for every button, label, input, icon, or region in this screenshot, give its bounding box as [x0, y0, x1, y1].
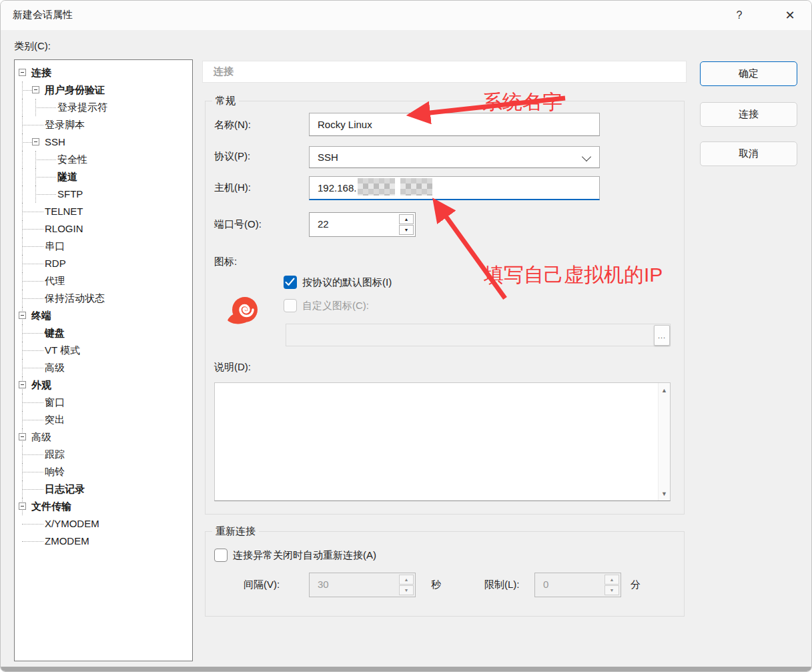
host-input[interactable]: 192.168.: [309, 176, 600, 200]
protocol-select[interactable]: SSH: [309, 146, 600, 168]
tree-item[interactable]: 突出: [15, 411, 192, 428]
connect-button[interactable]: 连接: [700, 102, 797, 127]
tree-item[interactable]: 登录提示符: [15, 99, 192, 116]
tree-guide: [22, 168, 23, 186]
tree-guide: [35, 194, 56, 195]
tree-guide: [22, 151, 23, 168]
tree-item-label: 外观: [31, 376, 51, 394]
tree-item-label: SSH: [45, 133, 65, 151]
tree-guide: [22, 420, 43, 420]
tree-item-label: 串口: [45, 238, 65, 255]
tree-item[interactable]: 连接: [15, 64, 192, 81]
tree-item-label: 终端: [31, 307, 51, 324]
description-scrollbar[interactable]: ▲ ▼: [658, 383, 670, 500]
tree-collapse-icon[interactable]: [19, 433, 26, 440]
spin-down-icon[interactable]: ▼: [604, 585, 619, 595]
host-value-prefix: 192.168.: [318, 182, 356, 194]
tree-guide: [35, 177, 56, 178]
titlebar: 新建会话属性 ? ✕: [1, 1, 811, 30]
dialog-title: 新建会话属性: [13, 9, 73, 21]
tree-item[interactable]: 文件传输: [15, 498, 192, 515]
tree-item[interactable]: VT 模式: [15, 342, 192, 359]
tree-collapse-icon[interactable]: [19, 312, 26, 319]
xshell-session-icon: [224, 295, 259, 331]
tree-item[interactable]: 串口: [15, 238, 192, 255]
spin-down-icon[interactable]: ▼: [399, 585, 414, 595]
tree-item-label: 代理: [45, 272, 65, 290]
limit-label: 限制(L):: [484, 579, 520, 591]
tree-item[interactable]: 高级: [15, 359, 192, 376]
window-bottom-edge: [1, 667, 811, 671]
spin-down-icon[interactable]: ▼: [399, 225, 414, 235]
tree-item[interactable]: 高级: [15, 428, 192, 446]
description-textarea[interactable]: [215, 383, 661, 503]
tree-item-label: 高级: [45, 359, 65, 376]
tree-collapse-icon[interactable]: [19, 502, 26, 510]
tree-guide: [22, 90, 32, 91]
scroll-down-icon[interactable]: ▼: [659, 488, 670, 499]
ok-button[interactable]: 确定: [700, 61, 797, 86]
help-icon[interactable]: ?: [727, 6, 751, 25]
tree-guide: [22, 229, 43, 230]
tree-item[interactable]: 登录脚本: [15, 116, 192, 133]
custom-icon-checkbox[interactable]: [284, 299, 297, 312]
spin-up-icon[interactable]: ▲: [604, 575, 619, 585]
tree-guide: [22, 472, 43, 472]
tree-item[interactable]: SSH: [15, 133, 192, 151]
tree-item[interactable]: 键盘: [15, 324, 192, 342]
close-icon[interactable]: ✕: [778, 6, 802, 25]
scroll-up-icon[interactable]: ▲: [659, 384, 670, 396]
tree-collapse-icon[interactable]: [19, 69, 26, 76]
tree-item[interactable]: 窗口: [15, 394, 192, 411]
auto-reconnect-checkbox-label: 连接异常关闭时自动重新连接(A): [233, 549, 376, 562]
tree-guide: [22, 298, 43, 299]
limit-spinner[interactable]: 0 ▲ ▼: [534, 573, 621, 597]
tree-item[interactable]: 保持活动状态: [15, 290, 192, 307]
tree-item[interactable]: 安全性: [15, 151, 192, 168]
port-value: 22: [318, 213, 329, 236]
tree-guide: [22, 186, 23, 203]
tree-item[interactable]: 用户身份验证: [15, 81, 192, 99]
tree-item[interactable]: TELNET: [15, 203, 192, 220]
annotation-system-name: 系统名字: [482, 89, 562, 116]
tree-collapse-icon[interactable]: [19, 381, 26, 388]
tree-item[interactable]: 外观: [15, 376, 192, 394]
description-box: ▲ ▼: [214, 382, 671, 501]
redacted-host-mosaic: [358, 178, 395, 196]
redacted-host-mosaic: [400, 178, 432, 196]
tree-item-label: 保持活动状态: [45, 290, 105, 307]
tree-item[interactable]: 终端: [15, 307, 192, 324]
tree-guide: [35, 159, 56, 160]
tree-item[interactable]: 跟踪: [15, 446, 192, 463]
tree-item[interactable]: SFTP: [15, 186, 192, 203]
tree-guide: [22, 454, 43, 455]
tree-guide: [22, 402, 43, 403]
spin-up-icon[interactable]: ▲: [399, 214, 414, 224]
tree-collapse-icon[interactable]: [32, 86, 39, 93]
tree-item[interactable]: RLOGIN: [15, 220, 192, 238]
tree-guide: [22, 246, 43, 247]
tree-item-label: SFTP: [57, 186, 83, 203]
cancel-button[interactable]: 取消: [700, 141, 797, 166]
tree-item[interactable]: RDP: [15, 255, 192, 272]
tree-item[interactable]: 日志记录: [15, 480, 192, 498]
spin-up-icon[interactable]: ▲: [399, 575, 414, 585]
tree-item[interactable]: X/YMODEM: [15, 515, 192, 533]
tree-item[interactable]: 代理: [15, 272, 192, 290]
tree-item[interactable]: 隧道: [15, 168, 192, 186]
tree-collapse-icon[interactable]: [32, 138, 39, 145]
name-input[interactable]: [309, 113, 600, 136]
auto-reconnect-checkbox[interactable]: [214, 549, 228, 562]
default-icon-checkbox[interactable]: [284, 276, 297, 289]
category-tree: 连接用户身份验证登录提示符登录脚本SSH安全性隧道SFTPTELNETRLOGI…: [14, 59, 193, 661]
browse-button[interactable]: ...: [654, 325, 670, 346]
tree-item-label: 用户身份验证: [45, 81, 105, 99]
tree-item-label: 文件传输: [31, 498, 71, 515]
custom-icon-path-input[interactable]: [286, 324, 671, 346]
interval-spinner[interactable]: 30 ▲ ▼: [309, 573, 416, 597]
tree-item[interactable]: ZMODEM: [15, 533, 192, 550]
tree-item-label: 日志记录: [45, 480, 85, 498]
tree-item[interactable]: 响铃: [15, 463, 192, 480]
port-spinner[interactable]: 22 ▲ ▼: [309, 212, 416, 237]
tree-item-label: 键盘: [45, 324, 65, 342]
